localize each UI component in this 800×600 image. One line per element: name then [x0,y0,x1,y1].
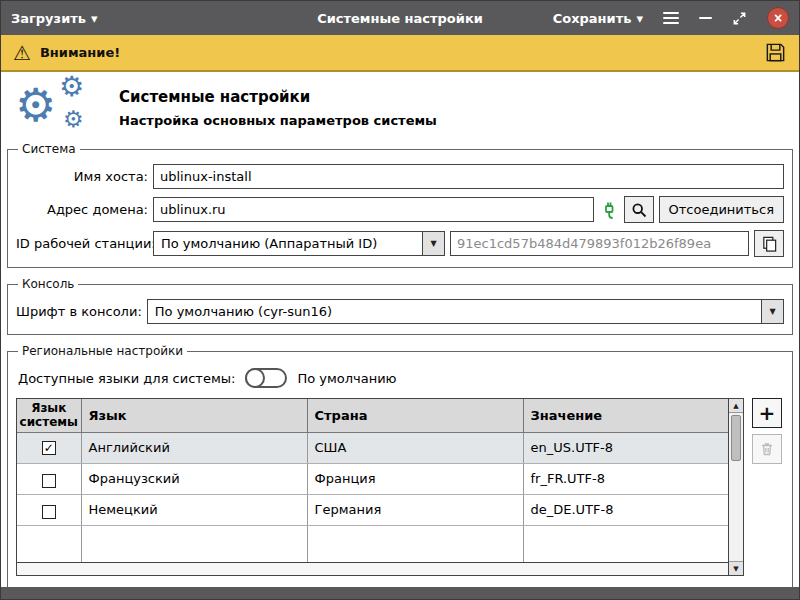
table-header-row: Язык системы Язык Страна Значение [17,399,728,432]
page-subtitle: Настройка основных параметров системы [119,113,437,128]
table-row[interactable]: Немецкий Германия de_DE.UTF-8 [17,494,728,525]
app-header: ⚙ ⚙ ⚙ Системные настройки Настройка осно… [1,72,799,142]
col-header-country: Страна [307,399,523,432]
titlebar-actions: Сохранить ▾ × [553,7,789,29]
cell-value: de_DE.UTF-8 [523,494,728,525]
hostname-label: Имя хоста: [16,169,148,184]
cell-language: Немецкий [81,494,307,525]
disconnect-button[interactable]: Отсоединиться [659,196,785,223]
languages-table: Язык системы Язык Страна Значение ✓ Англ… [16,398,744,576]
plus-icon: + [759,403,776,423]
regional-section: Региональные настройки Доступные языки д… [7,344,793,588]
chevron-down-icon: ▼ [761,300,783,323]
copy-id-button[interactable] [754,230,784,257]
table-row[interactable]: ✓ Английский США en_US.UTF-8 [17,432,728,463]
menu-button[interactable] [663,12,679,24]
station-id-row: ID рабочей станции: По умолчанию (Аппара… [16,230,784,257]
close-icon: × [774,11,782,25]
trash-icon [759,441,775,457]
console-font-select[interactable]: По умолчанию (cyr-sun16) ▼ [147,299,784,324]
system-settings-window: Загрузить ▾ Системные настройки Сохранит… [0,0,800,600]
languages-table-body: Язык системы Язык Страна Значение ✓ Англ… [17,399,728,562]
save-menu-label: Сохранить [553,11,632,26]
table-horizontal-scrollbar[interactable] [17,562,728,575]
languages-table-row: Язык системы Язык Страна Значение ✓ Англ… [16,398,784,576]
station-id-select[interactable]: По умолчанию (Аппаратный ID) ▼ [153,231,445,256]
cell-language: Французский [81,463,307,494]
connected-plug-icon [599,200,619,220]
delete-language-button[interactable] [752,434,782,464]
cell-value: en_US.UTF-8 [523,432,728,463]
caret-down-icon: ▾ [636,11,643,26]
console-font-row: Шрифт в консоли: По умолчанию (cyr-sun16… [16,299,784,324]
col-header-value: Значение [523,399,728,432]
load-menu-label: Загрузить [11,11,86,26]
warning-icon: ⚠ [13,43,31,63]
gears-icon: ⚙ ⚙ ⚙ [15,78,101,138]
floppy-disk-icon [764,41,787,64]
table-action-buttons: + [752,398,784,464]
scrollbar-thumb[interactable] [731,415,741,461]
app-header-text: Системные настройки Настройка основных п… [119,88,437,128]
system-legend: Система [18,142,80,156]
expand-icon [732,11,747,26]
scroll-up-button[interactable]: ▲ [729,399,743,413]
regional-legend: Региональные настройки [18,344,187,358]
table-row[interactable]: Французский Франция fr_FR.UTF-8 [17,463,728,494]
minimize-button[interactable] [699,17,712,19]
scroll-up-icon: ▲ [733,402,738,410]
col-header-system-language: Язык системы [17,399,81,432]
scroll-down-icon: ▼ [733,565,738,573]
domain-label: Адрес домена: [16,202,148,217]
window-title: Системные настройки [317,11,483,26]
scroll-down-button[interactable]: ▼ [729,561,743,575]
cell-country: США [307,432,523,463]
cell-value: fr_FR.UTF-8 [523,463,728,494]
check-icon: ✓ [44,442,54,454]
hostname-row: Имя хоста: [16,164,784,189]
languages-toggle[interactable] [245,368,287,388]
add-language-button[interactable]: + [752,398,782,428]
caret-down-icon: ▾ [91,11,98,26]
hardware-id-field [450,231,749,256]
save-file-button[interactable] [764,41,787,64]
search-icon [631,202,647,218]
hamburger-icon [663,12,679,24]
hostname-input[interactable] [153,164,784,189]
languages-toggle-label: Доступные языки для системы: [18,371,235,386]
station-id-label: ID рабочей станции: [16,236,148,251]
cell-country: Франция [307,463,523,494]
search-domain-button[interactable] [624,196,654,223]
system-section: Система Имя хоста: Адрес домена: О [7,142,793,268]
toggle-state-label: По умолчанию [297,371,396,386]
titlebar: Загрузить ▾ Системные настройки Сохранит… [1,1,799,35]
chevron-down-icon: ▼ [422,232,444,255]
copy-icon [761,235,778,252]
domain-row: Адрес домена: Отсоединиться [16,196,784,223]
table-empty-space [17,525,728,562]
load-menu-button[interactable]: Загрузить ▾ [11,11,98,26]
system-language-checkbox[interactable]: ✓ [42,441,56,455]
warning-text: Внимание! [40,45,120,60]
minimize-icon [699,17,712,19]
domain-input[interactable] [153,197,594,222]
maximize-button[interactable] [732,11,747,26]
save-menu-button[interactable]: Сохранить ▾ [553,11,643,26]
disconnect-button-label: Отсоединиться [669,202,775,217]
station-id-selected-option: По умолчанию (Аппаратный ID) [154,236,422,251]
col-header-language: Язык [81,399,307,432]
cell-language: Английский [81,432,307,463]
bottom-statusbar [1,587,799,599]
system-language-checkbox[interactable] [42,505,56,519]
console-legend: Консоль [18,277,78,291]
table-vertical-scrollbar[interactable]: ▲ ▼ [728,399,743,575]
system-language-checkbox[interactable] [42,474,56,488]
warning-bar: ⚠ Внимание! [1,35,799,72]
close-button[interactable]: × [767,7,789,29]
toggle-knob [245,368,265,388]
console-font-selected-option: По умолчанию (cyr-sun16) [148,304,761,319]
console-font-label: Шрифт в консоли: [16,304,142,319]
languages-toggle-row: Доступные языки для системы: По умолчани… [18,368,784,388]
cell-country: Германия [307,494,523,525]
page-title: Системные настройки [119,88,437,106]
